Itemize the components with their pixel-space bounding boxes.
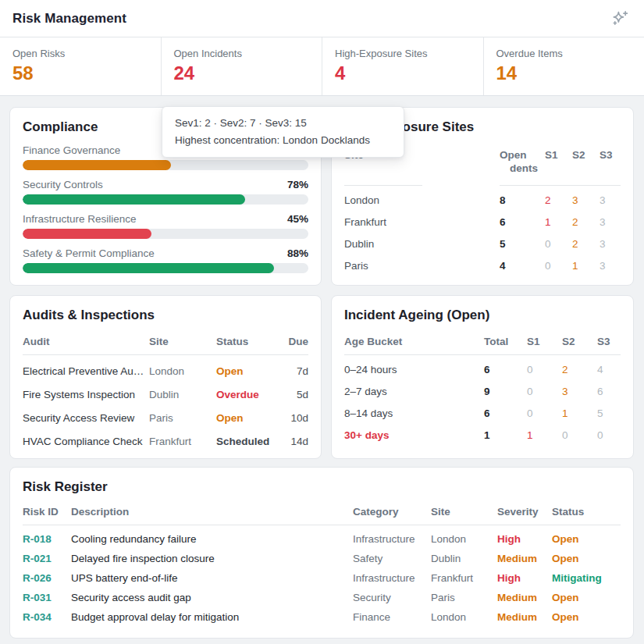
kpi-value: 24 <box>174 63 310 84</box>
severity-badge: High <box>497 532 552 546</box>
register-table-header: Risk ID Description Category Site Severi… <box>23 505 621 518</box>
col-open-incidents: Opendents <box>500 148 545 175</box>
table-row: R-031 Security access audit gap Security… <box>23 588 621 607</box>
audits-inspections-card: Audits & Inspections Audit Site Status D… <box>9 295 322 459</box>
table-row: Dublin 5 0 2 3 <box>344 233 621 254</box>
col-site: Site <box>431 505 497 518</box>
risk-id-link[interactable]: R-021 <box>23 552 71 565</box>
kpi-label: Open Incidents <box>174 48 310 59</box>
table-row: HVAC Compliance Check Frankfurt Schedule… <box>23 429 308 453</box>
app-header: Risk Management <box>0 0 644 37</box>
metric-label: Safety & Permit Compliance <box>23 247 155 260</box>
table-row: 8–14 days 6 0 1 5 <box>344 402 621 424</box>
metric-percent: 78% <box>287 178 308 191</box>
header-divider <box>344 354 621 355</box>
kpi-value: 4 <box>335 63 471 84</box>
status-badge: Scheduled <box>216 435 280 448</box>
kpi-high-exposure-sites[interactable]: High-Exposure Sites 4 <box>322 37 484 95</box>
header-divider <box>344 185 621 186</box>
table-row: Fire Systems Inspection Dublin Overdue 5… <box>23 382 308 406</box>
progress-track <box>23 160 308 170</box>
sparkle-icon <box>610 9 630 29</box>
status-badge: Mitigating <box>552 571 621 585</box>
register-rows: R-018 Cooling redundancy failure Infrast… <box>23 529 621 627</box>
table-row: 0–24 hours 6 0 2 4 <box>344 358 621 380</box>
header-divider <box>23 354 308 355</box>
status-badge: Open <box>552 552 621 565</box>
risk-register-card: Risk Register Risk ID Description Catego… <box>9 467 634 639</box>
risk-id-link[interactable]: R-026 <box>23 571 71 585</box>
col-s1: S1 <box>527 335 562 348</box>
compliance-metric-infrastructure: Infrastructure Resilience 45% <box>23 212 308 239</box>
progress-fill <box>23 229 151 239</box>
status-badge: Open <box>216 411 280 425</box>
metric-label: Finance Governance <box>23 144 120 157</box>
card-title-ageing: Incident Ageing (Open) <box>344 307 621 324</box>
metric-percent: 88% <box>287 247 308 260</box>
table-row: R-026 UPS battery end-of-life Infrastruc… <box>23 568 621 588</box>
table-row: Paris 4 0 1 3 <box>344 254 621 276</box>
col-s2: S2 <box>572 148 600 162</box>
status-badge: Open <box>552 532 621 546</box>
progress-track <box>23 263 308 273</box>
ageing-rows: 0–24 hours 6 0 2 4 2–7 days 9 0 3 6 <box>344 358 621 446</box>
severity-badge: Medium <box>497 552 552 565</box>
compliance-metric-security: Security Controls 78% <box>23 178 308 205</box>
kpi-value: 58 <box>12 63 148 84</box>
col-s3: S3 <box>600 148 621 162</box>
table-row: R-018 Cooling redundancy failure Infrast… <box>23 529 621 549</box>
audits-rows: Electrical Preventive Au… London Open 7d… <box>23 359 308 453</box>
kpi-label: Open Risks <box>12 48 148 59</box>
metric-label: Security Controls <box>23 178 103 191</box>
row-middle: Audits & Inspections Audit Site Status D… <box>9 295 634 459</box>
progress-fill <box>23 160 171 170</box>
col-audit: Audit <box>23 335 149 348</box>
tooltip-severity-line: Sev1: 2 · Sev2: 7 · Sev3: 15 <box>175 116 391 131</box>
kpi-value: 14 <box>496 63 632 84</box>
severity-tooltip: Sev1: 2 · Sev2: 7 · Sev3: 15 Highest con… <box>162 106 404 158</box>
col-risk-id: Risk ID <box>23 505 71 518</box>
status-badge: Overdue <box>216 388 280 401</box>
col-due: Due <box>280 335 308 348</box>
col-s3: S3 <box>597 335 621 348</box>
compliance-metric-safety: Safety & Permit Compliance 88% <box>23 247 308 273</box>
audits-table-header: Audit Site Status Due <box>23 335 308 348</box>
status-badge: Open <box>216 365 280 378</box>
progress-fill <box>23 194 245 205</box>
ageing-table-header: Age Bucket Total S1 S2 S3 <box>344 335 621 348</box>
col-description: Description <box>71 505 353 518</box>
risk-id-link[interactable]: R-034 <box>23 610 71 624</box>
tooltip-concentration-line: Highest concentration: London Docklands <box>175 133 391 148</box>
table-row: Security Access Review Paris Open 10d <box>23 406 308 429</box>
col-total: Total <box>484 335 527 348</box>
card-title-audits: Audits & Inspections <box>23 307 308 324</box>
kpi-open-risks[interactable]: Open Risks 58 <box>0 37 162 95</box>
kpi-overdue-items[interactable]: Overdue Items 14 <box>484 37 644 95</box>
col-site: Site <box>149 335 216 348</box>
status-badge: Open <box>552 610 621 624</box>
table-row: 2–7 days 9 0 3 6 <box>344 380 621 402</box>
risk-id-link[interactable]: R-031 <box>23 591 71 604</box>
col-s1: S1 <box>545 148 572 162</box>
incident-ageing-card: Incident Ageing (Open) Age Bucket Total … <box>331 295 634 459</box>
table-row: R-021 Delayed fire inspection closure Sa… <box>23 549 621 568</box>
table-row: Electrical Preventive Au… London Open 7d <box>23 359 308 382</box>
card-title-register: Risk Register <box>23 479 621 496</box>
kpi-label: High-Exposure Sites <box>335 48 471 59</box>
dashboard-body: Compliance Finance Governance Security C… <box>0 96 644 639</box>
status-badge: Open <box>552 591 621 604</box>
header-divider <box>23 525 621 525</box>
progress-fill <box>23 263 274 273</box>
page-title: Risk Management <box>12 11 126 27</box>
col-category: Category <box>353 505 431 518</box>
table-row: R-034 Budget approval delay for mitigati… <box>23 607 621 627</box>
risk-id-link[interactable]: R-018 <box>23 532 71 546</box>
kpi-label: Overdue Items <box>496 48 632 59</box>
progress-track <box>23 194 308 205</box>
kpi-open-incidents[interactable]: Open Incidents 24 <box>162 37 323 95</box>
severity-badge: High <box>497 571 552 585</box>
ai-sparkle-button[interactable] <box>610 9 630 29</box>
severity-badge: Medium <box>497 591 552 604</box>
metric-percent: 45% <box>287 212 308 226</box>
col-status: Status <box>552 505 621 518</box>
